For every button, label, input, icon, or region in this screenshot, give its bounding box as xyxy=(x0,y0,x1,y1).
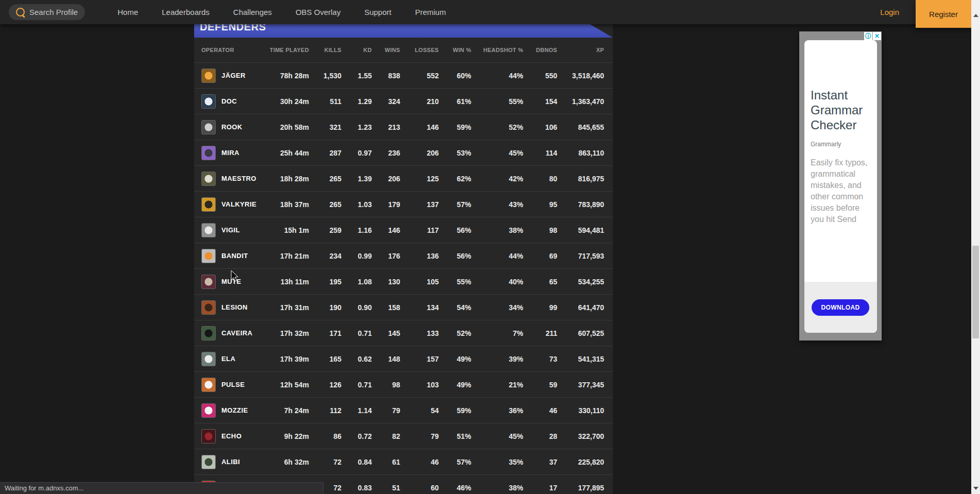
kd-cell: 1.55 xyxy=(341,72,372,80)
kills-cell: 112 xyxy=(309,406,341,415)
operator-name: VIGIL xyxy=(221,226,240,234)
kd-cell: 1.29 xyxy=(341,97,372,106)
wins-cell: 176 xyxy=(372,252,400,260)
kills-cell: 1,530 xyxy=(309,72,341,80)
kills-cell: 511 xyxy=(309,97,341,106)
wins-cell: 236 xyxy=(372,149,400,157)
nav-item-leaderboards[interactable]: Leaderboards xyxy=(150,8,221,16)
browser-status-bubble: Waiting for m.adnxs.com... xyxy=(0,482,323,494)
operator-cell: LESION xyxy=(201,300,263,315)
kd-cell: 1.39 xyxy=(341,175,372,183)
operator-row[interactable]: MIRA25h 44m2870.9723620653%45%114863,110 xyxy=(194,140,613,165)
search-placeholder: Search Profile xyxy=(29,8,78,16)
operator-icon xyxy=(201,146,216,160)
wins-cell: 98 xyxy=(372,381,400,389)
scrollbar-thumb[interactable] xyxy=(972,246,979,338)
losses-cell: 206 xyxy=(400,149,439,157)
operator-name: VALKYRIE xyxy=(221,200,256,208)
operator-row[interactable]: PULSE12h 54m1260.719810349%21%59377,345 xyxy=(194,371,613,397)
ad-close-icon[interactable]: ✕ xyxy=(873,32,881,40)
operator-row[interactable]: ALIBI6h 32m720.84614657%35%37225,820 xyxy=(194,449,613,474)
operator-cell: DOC xyxy=(201,94,263,109)
register-button[interactable]: Register xyxy=(916,0,971,28)
losses-cell: 134 xyxy=(400,303,439,312)
operator-cell: VALKYRIE xyxy=(201,197,263,212)
win-pct-cell: 54% xyxy=(439,303,471,312)
operator-row[interactable]: MOZZIE7h 24m1121.14795459%36%46330,110 xyxy=(194,397,613,423)
xp-cell: 845,655 xyxy=(557,123,604,131)
operator-row[interactable]: JÄGER78h 28m1,5301.5583855260%44%5503,51… xyxy=(194,62,613,88)
adchoices-icon[interactable]: ⓘ xyxy=(864,32,872,40)
dbnos-cell: 69 xyxy=(523,252,557,260)
search-input[interactable]: Search Profile xyxy=(9,4,85,20)
headshot-pct-cell: 39% xyxy=(471,355,523,363)
win-pct-cell: 59% xyxy=(439,406,471,415)
operator-icon xyxy=(201,326,216,340)
wins-cell: 213 xyxy=(372,123,400,131)
win-pct-cell: 59% xyxy=(439,123,471,131)
operator-name: LESION xyxy=(221,303,248,311)
kd-cell: 0.97 xyxy=(341,149,372,157)
nav-item-challenges[interactable]: Challenges xyxy=(221,8,284,16)
vertical-scrollbar[interactable] xyxy=(971,0,980,494)
kd-cell: 0.84 xyxy=(341,458,372,466)
dbnos-cell: 99 xyxy=(523,303,557,312)
losses-cell: 133 xyxy=(400,329,439,337)
ad-headline: Instant Grammar Checker xyxy=(811,88,871,132)
nav-item-support[interactable]: Support xyxy=(352,8,403,16)
kd-cell: 0.62 xyxy=(341,355,372,363)
nav-item-home[interactable]: Home xyxy=(106,8,150,16)
operator-row[interactable]: LESION17h 31m1900.9015813454%34%99641,47… xyxy=(194,294,613,320)
scroll-down-icon[interactable] xyxy=(973,487,978,490)
xp-cell: 177,895 xyxy=(557,484,604,492)
search-icon xyxy=(16,8,25,16)
operator-row[interactable]: ECHO9h 22m860.72827951%45%28322,700 xyxy=(194,423,613,449)
dbnos-cell: 65 xyxy=(523,278,557,286)
kills-cell: 190 xyxy=(309,303,341,312)
time-played-cell: 18h 28m xyxy=(263,175,309,183)
operator-table-body: JÄGER78h 28m1,5301.5583855260%44%5503,51… xyxy=(194,62,613,494)
operator-icon xyxy=(201,378,216,392)
nav-links: HomeLeaderboardsChallengesOBS OverlaySup… xyxy=(106,8,458,16)
operator-row[interactable]: CAVEIRA17h 32m1710.7114513352%7%211607,5… xyxy=(194,320,613,346)
win-pct-cell: 49% xyxy=(439,381,471,389)
kills-cell: 86 xyxy=(309,432,341,440)
kills-cell: 195 xyxy=(309,278,341,286)
ad-download-button[interactable]: DOWNLOAD xyxy=(812,299,869,316)
kills-cell: 126 xyxy=(309,381,341,389)
operator-cell: VIGIL xyxy=(201,223,263,237)
operator-row[interactable]: VALKYRIE18h 37m2651.0317913757%43%95783,… xyxy=(194,191,613,217)
operator-row[interactable]: ELA17h 39m1650.6214815749%39%73541,315 xyxy=(194,346,613,371)
operator-icon xyxy=(201,197,216,212)
kd-cell: 0.71 xyxy=(341,329,372,337)
wins-cell: 838 xyxy=(372,72,400,80)
operator-row[interactable]: MUTE13h 11m1951.0813010555%40%65534,255 xyxy=(194,268,613,294)
scroll-up-icon[interactable] xyxy=(973,14,978,17)
column-header-kd: KD xyxy=(341,47,372,53)
operator-row[interactable]: BANDIT17h 21m2340.9917613656%44%69717,59… xyxy=(194,243,613,268)
nav-item-premium[interactable]: Premium xyxy=(403,8,458,16)
losses-cell: 552 xyxy=(400,72,439,80)
login-link[interactable]: Login xyxy=(880,0,899,24)
losses-cell: 60 xyxy=(400,484,439,492)
wins-cell: 145 xyxy=(372,329,400,337)
column-header-xp: XP xyxy=(557,47,604,53)
operator-icon xyxy=(201,223,216,237)
headshot-pct-cell: 44% xyxy=(471,72,523,80)
operator-icon xyxy=(201,249,216,263)
operator-row[interactable]: DOC30h 24m5111.2932421061%55%1541,363,47… xyxy=(194,88,613,114)
operator-row[interactable]: ROOK20h 58m3211.2321314659%52%106845,655 xyxy=(194,114,613,140)
operator-icon xyxy=(201,429,216,444)
ad-footer: DOWNLOAD xyxy=(804,282,877,333)
nav-item-obs-overlay[interactable]: OBS Overlay xyxy=(284,8,353,16)
ad-card[interactable]: Instant Grammar Checker Grammarly Easily… xyxy=(804,40,877,333)
kills-cell: 265 xyxy=(309,175,341,183)
column-header-kills: KILLS xyxy=(309,47,341,53)
operator-row[interactable]: VIGIL15h 1m2591.1614611756%38%98594,481 xyxy=(194,217,613,243)
time-played-cell: 18h 37m xyxy=(263,200,309,209)
kills-cell: 171 xyxy=(309,329,341,337)
column-header-headshot-: HEADSHOT % xyxy=(471,47,523,53)
operator-row[interactable]: MAESTRO18h 28m2651.3920612562%42%80816,9… xyxy=(194,165,613,191)
dbnos-cell: 154 xyxy=(523,97,557,106)
section-title: DEFENDERS xyxy=(200,24,613,33)
